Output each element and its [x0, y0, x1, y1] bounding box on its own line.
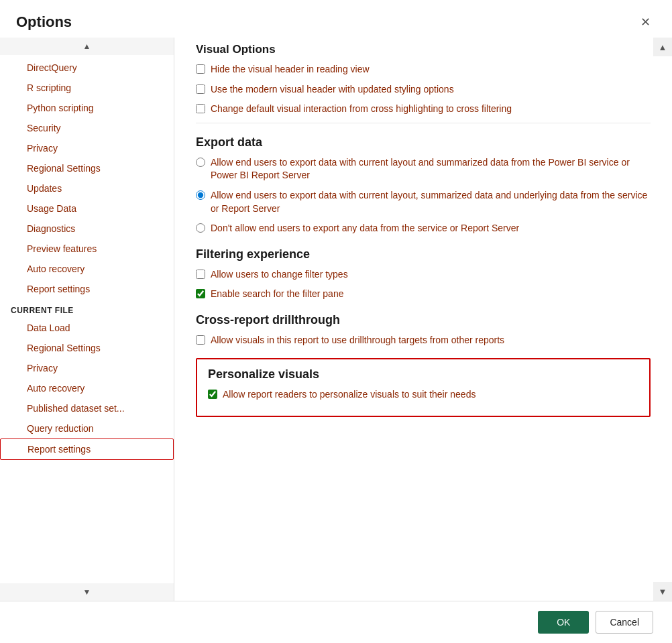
sidebar-item-python-scripting[interactable]: Python scripting	[0, 98, 174, 118]
options-dialog: Options ✕ ▲ DirectQuery R scripting Pyth…	[0, 0, 672, 643]
export-all-label: Allow end users to export data with curr…	[211, 189, 651, 215]
personalize-readers-checkbox[interactable]	[208, 390, 217, 399]
sidebar-current-file-items: Data Load Regional Settings Privacy Auto…	[0, 318, 174, 460]
cross-report-title: Cross-report drillthrough	[196, 313, 651, 327]
sidebar-item-r-scripting[interactable]: R scripting	[0, 78, 174, 98]
main-wrapper: ▲ Visual Options Hide the visual header …	[174, 38, 672, 601]
sidebar-item-auto-recovery[interactable]: Auto recovery	[0, 259, 174, 279]
change-interaction-checkbox[interactable]	[196, 104, 205, 113]
sidebar-global-items: DirectQuery R scripting Python scripting…	[0, 58, 174, 299]
option-cross-report-targets: Allow visuals in this report to use dril…	[196, 334, 651, 347]
filter-types-label: Allow users to change filter types	[211, 268, 348, 282]
personalize-visuals-section: Personalize visuals Allow report readers…	[196, 358, 651, 418]
option-personalize-readers: Allow report readers to personalize visu…	[208, 388, 638, 402]
sidebar-current-file-label: CURRENT FILE	[0, 299, 174, 318]
personalize-readers-label: Allow report readers to personalize visu…	[223, 388, 475, 402]
modern-header-checkbox[interactable]	[196, 84, 205, 94]
hide-header-checkbox[interactable]	[196, 64, 205, 74]
sidebar-item-usage-data[interactable]: Usage Data	[0, 198, 174, 219]
export-layout-radio[interactable]	[196, 158, 205, 167]
cancel-button[interactable]: Cancel	[596, 611, 653, 634]
dialog-header: Options ✕	[0, 0, 672, 38]
sidebar-item-directquery[interactable]: DirectQuery	[0, 58, 174, 78]
enable-search-label: Enable search for the filter pane	[211, 288, 343, 301]
filtering-experience-title: Filtering experience	[196, 247, 651, 261]
close-button[interactable]: ✕	[635, 12, 656, 32]
export-layout-label: Allow end users to export data with curr…	[211, 156, 651, 182]
personalize-visuals-title: Personalize visuals	[208, 367, 638, 382]
filter-types-checkbox[interactable]	[196, 270, 205, 279]
sidebar-item-published-dataset[interactable]: Published dataset set...	[0, 398, 174, 418]
option-change-interaction: Change default visual interaction from c…	[196, 103, 651, 116]
change-interaction-label: Change default visual interaction from c…	[211, 103, 512, 116]
sidebar: ▲ DirectQuery R scripting Python scripti…	[0, 38, 174, 601]
export-data-title: Export data	[196, 135, 651, 150]
export-data-section: Export data Allow end users to export da…	[196, 135, 651, 235]
option-export-all: Allow end users to export data with curr…	[196, 189, 651, 215]
visual-options-section: Visual Options Hide the visual header in…	[196, 43, 651, 116]
enable-search-checkbox[interactable]	[196, 289, 205, 298]
option-no-export: Don't allow end users to export any data…	[196, 222, 651, 235]
sidebar-scroll-down-button[interactable]: ▼	[0, 583, 174, 601]
sidebar-item-diagnostics[interactable]: Diagnostics	[0, 219, 174, 239]
cross-report-targets-label: Allow visuals in this report to use dril…	[211, 334, 504, 347]
option-enable-search: Enable search for the filter pane	[196, 288, 651, 301]
ok-button[interactable]: OK	[538, 611, 589, 634]
cross-report-section: Cross-report drillthrough Allow visuals …	[196, 313, 651, 347]
sidebar-item-auto-recovery-cf[interactable]: Auto recovery	[0, 378, 174, 398]
sidebar-scroll-up-button[interactable]: ▲	[0, 38, 174, 55]
main-scroll-down-button[interactable]: ▼	[653, 582, 672, 601]
option-filter-types: Allow users to change filter types	[196, 268, 651, 282]
visual-options-title: Visual Options	[196, 43, 651, 56]
hide-header-label: Hide the visual header in reading view	[211, 63, 370, 76]
no-export-radio[interactable]	[196, 223, 205, 233]
sidebar-item-regional-settings-cf[interactable]: Regional Settings	[0, 338, 174, 358]
dialog-footer: OK Cancel	[0, 601, 672, 643]
sidebar-item-preview-features[interactable]: Preview features	[0, 239, 174, 259]
main-scroll-area: Visual Options Hide the visual header in…	[174, 38, 672, 601]
sidebar-item-report-settings[interactable]: Report settings	[0, 279, 174, 299]
sidebar-item-data-load[interactable]: Data Load	[0, 318, 174, 338]
sidebar-item-security[interactable]: Security	[0, 118, 174, 138]
option-modern-header: Use the modern visual header with update…	[196, 83, 651, 97]
sidebar-item-report-settings-cf[interactable]: Report settings	[0, 439, 174, 460]
sidebar-item-privacy-cf[interactable]: Privacy	[0, 358, 174, 378]
main-scroll-up-button[interactable]: ▲	[653, 38, 672, 56]
option-hide-header: Hide the visual header in reading view	[196, 63, 651, 76]
sidebar-item-updates[interactable]: Updates	[0, 178, 174, 198]
modern-header-label: Use the modern visual header with update…	[211, 83, 454, 97]
cross-report-targets-checkbox[interactable]	[196, 335, 205, 345]
dialog-title: Options	[16, 13, 72, 31]
sidebar-item-privacy[interactable]: Privacy	[0, 138, 174, 158]
no-export-label: Don't allow end users to export any data…	[211, 222, 519, 235]
export-all-radio[interactable]	[196, 190, 205, 200]
sidebar-item-query-reduction[interactable]: Query reduction	[0, 418, 174, 439]
option-export-layout: Allow end users to export data with curr…	[196, 156, 651, 182]
sidebar-scroll-area: DirectQuery R scripting Python scripting…	[0, 55, 174, 583]
filtering-experience-section: Filtering experience Allow users to chan…	[196, 247, 651, 301]
sidebar-item-regional-settings[interactable]: Regional Settings	[0, 158, 174, 178]
dialog-body: ▲ DirectQuery R scripting Python scripti…	[0, 38, 672, 601]
